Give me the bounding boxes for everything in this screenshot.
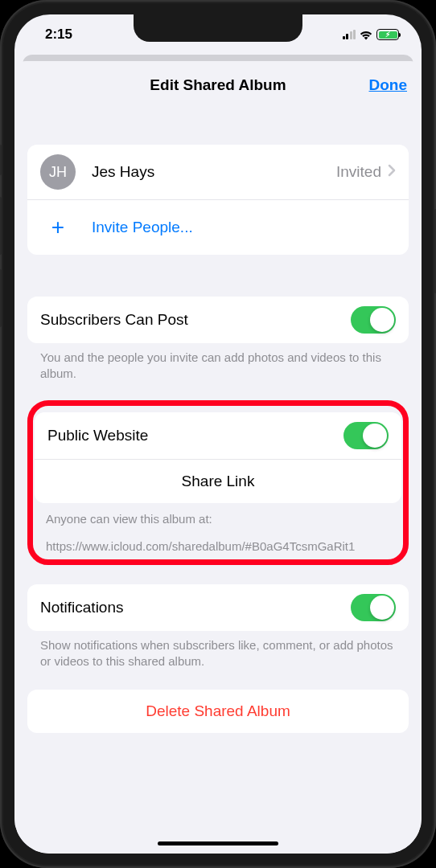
public-website-toggle[interactable] — [343, 422, 389, 449]
public-website-group: Public Website Share Link — [35, 412, 401, 503]
people-group: JH Jes Hays Invited + Invite People... — [27, 145, 409, 255]
subscribers-can-post-row: Subscribers Can Post — [27, 297, 409, 343]
subscribers-group: Subscribers Can Post — [27, 297, 409, 343]
public-website-url: https://www.icloud.com/sharedalbum/#B0aG… — [35, 527, 401, 555]
notifications-group: Notifications — [27, 584, 409, 631]
subscribers-footer: You and the people you invite can add ph… — [27, 343, 409, 383]
status-time: 2:15 — [45, 27, 72, 43]
member-status: Invited — [336, 163, 381, 181]
plus-icon: + — [40, 210, 76, 245]
wifi-icon — [359, 30, 373, 40]
delete-shared-album-button[interactable]: Delete Shared Album — [27, 690, 409, 733]
cellular-signal-icon — [343, 30, 356, 39]
page-title: Edit Shared Album — [14, 76, 422, 94]
notifications-toggle[interactable] — [351, 594, 396, 621]
member-name: Jes Hays — [92, 163, 154, 181]
invite-people-label: Invite People... — [92, 219, 193, 236]
notifications-label: Notifications — [40, 599, 124, 616]
notifications-row: Notifications — [27, 584, 409, 631]
subscribers-label: Subscribers Can Post — [40, 311, 188, 329]
home-indicator[interactable] — [158, 841, 278, 845]
share-link-button[interactable]: Share Link — [35, 460, 401, 503]
status-indicators: ⚡︎ — [343, 29, 400, 40]
delete-label: Delete Shared Album — [146, 702, 290, 720]
content-area: JH Jes Hays Invited + Invite People... — [14, 109, 422, 854]
screen: 2:15 ⚡︎ Edit Shared Album Done — [14, 14, 422, 854]
member-row[interactable]: JH Jes Hays Invited — [27, 145, 409, 200]
share-link-label: Share Link — [182, 473, 255, 490]
phone-frame: 2:15 ⚡︎ Edit Shared Album Done — [0, 0, 436, 868]
highlight-annotation: Public Website Share Link Anyone can vie… — [27, 400, 409, 566]
subscribers-can-post-toggle[interactable] — [351, 306, 396, 334]
avatar: JH — [40, 154, 76, 190]
delete-group: Delete Shared Album — [27, 690, 409, 733]
volume-up-button — [0, 197, 2, 255]
mute-switch — [0, 145, 2, 175]
public-website-row: Public Website — [35, 412, 401, 460]
notch — [134, 14, 302, 42]
nav-header: Edit Shared Album Done — [14, 61, 422, 109]
done-button[interactable]: Done — [369, 76, 408, 94]
public-website-label: Public Website — [47, 427, 148, 444]
chevron-right-icon — [388, 164, 396, 180]
public-website-footer-intro: Anyone can view this album at: — [35, 503, 401, 527]
battery-icon: ⚡︎ — [376, 29, 399, 40]
modal-sheet: Edit Shared Album Done JH Jes Hays Invit… — [14, 61, 422, 854]
volume-down-button — [0, 269, 2, 327]
notifications-footer: Show notifications when subscribers like… — [27, 631, 409, 670]
invite-people-row[interactable]: + Invite People... — [27, 200, 409, 255]
